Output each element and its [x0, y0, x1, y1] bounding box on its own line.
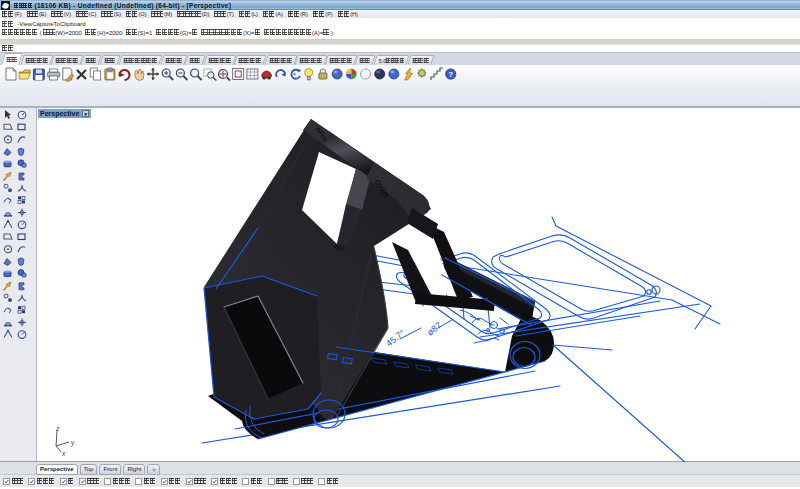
- svg-text:z: z: [55, 426, 60, 432]
- svg-text:45.7°: 45.7°: [384, 327, 407, 348]
- svg-text:y: y: [70, 439, 75, 447]
- svg-text:x: x: [61, 450, 66, 456]
- svg-text:ø87: ø87: [425, 320, 443, 337]
